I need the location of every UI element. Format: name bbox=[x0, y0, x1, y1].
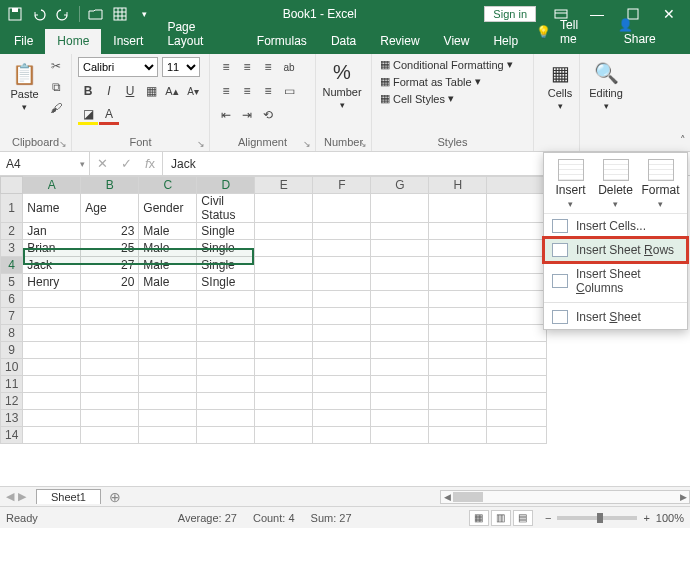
cell[interactable] bbox=[487, 342, 547, 359]
column-header[interactable]: G bbox=[371, 177, 429, 194]
zoom-slider[interactable] bbox=[557, 516, 637, 520]
save-icon[interactable] bbox=[4, 3, 26, 25]
align-middle-button[interactable]: ≡ bbox=[237, 57, 257, 77]
cell[interactable] bbox=[23, 342, 81, 359]
share-button[interactable]: 👤 Share bbox=[612, 14, 684, 50]
cell[interactable] bbox=[255, 240, 313, 257]
add-sheet-icon[interactable]: ⊕ bbox=[109, 489, 121, 505]
cell[interactable] bbox=[487, 308, 547, 325]
cell[interactable] bbox=[255, 291, 313, 308]
page-break-view-icon[interactable]: ▤ bbox=[513, 510, 533, 526]
row-header[interactable]: 12 bbox=[1, 393, 23, 410]
cell[interactable] bbox=[81, 427, 139, 444]
cell[interactable] bbox=[313, 359, 371, 376]
cell[interactable]: Male bbox=[139, 223, 197, 240]
cell[interactable] bbox=[313, 325, 371, 342]
cell[interactable] bbox=[139, 291, 197, 308]
cell[interactable] bbox=[371, 427, 429, 444]
row-header[interactable]: 13 bbox=[1, 410, 23, 427]
qat-customize-icon[interactable]: ▾ bbox=[133, 3, 155, 25]
increase-font-button[interactable]: A▴ bbox=[162, 81, 182, 101]
column-header[interactable]: F bbox=[313, 177, 371, 194]
cell[interactable] bbox=[197, 342, 255, 359]
cell[interactable] bbox=[429, 257, 487, 274]
horizontal-scrollbar[interactable]: ◀ ▶ bbox=[440, 490, 690, 504]
align-right-button[interactable]: ≡ bbox=[258, 81, 278, 101]
cell[interactable] bbox=[81, 393, 139, 410]
cell[interactable] bbox=[371, 410, 429, 427]
copy-icon[interactable]: ⧉ bbox=[47, 78, 65, 96]
format-split-button[interactable]: Format ▾ bbox=[639, 159, 683, 209]
cell[interactable] bbox=[429, 410, 487, 427]
cell[interactable] bbox=[255, 308, 313, 325]
tab-page-layout[interactable]: Page Layout bbox=[155, 15, 244, 54]
cell[interactable]: Civil Status bbox=[197, 194, 255, 223]
cell[interactable] bbox=[313, 223, 371, 240]
font-name-select[interactable]: Calibri bbox=[78, 57, 158, 77]
cell[interactable] bbox=[139, 427, 197, 444]
menu-insert-cells[interactable]: Insert Cells... bbox=[544, 214, 687, 238]
enter-formula-icon[interactable]: ✓ bbox=[114, 156, 138, 171]
paste-button[interactable]: 📋 Paste ▾ bbox=[6, 57, 43, 117]
cell[interactable] bbox=[81, 359, 139, 376]
cell[interactable]: Jack bbox=[23, 257, 81, 274]
row-header[interactable]: 14 bbox=[1, 427, 23, 444]
row-header[interactable]: 7 bbox=[1, 308, 23, 325]
cell[interactable] bbox=[487, 325, 547, 342]
cell[interactable] bbox=[429, 308, 487, 325]
cell[interactable] bbox=[81, 410, 139, 427]
cell[interactable] bbox=[429, 427, 487, 444]
cell[interactable] bbox=[81, 308, 139, 325]
cell[interactable] bbox=[313, 274, 371, 291]
sheet-nav-prev-icon[interactable]: ◀ bbox=[6, 490, 14, 503]
conditional-formatting-button[interactable]: ▦Conditional Formatting ▾ bbox=[378, 57, 527, 72]
cell[interactable] bbox=[255, 393, 313, 410]
cell[interactable] bbox=[487, 393, 547, 410]
cell[interactable] bbox=[313, 240, 371, 257]
scroll-left-icon[interactable]: ◀ bbox=[441, 492, 453, 502]
cell[interactable] bbox=[487, 410, 547, 427]
cell[interactable] bbox=[429, 325, 487, 342]
zoom-percent[interactable]: 100% bbox=[656, 512, 684, 524]
cell[interactable] bbox=[81, 376, 139, 393]
menu-insert-sheet-columns[interactable]: Insert Sheet Columns bbox=[544, 262, 687, 300]
cell[interactable] bbox=[371, 393, 429, 410]
column-header[interactable]: A bbox=[23, 177, 81, 194]
menu-insert-sheet[interactable]: Insert Sheet bbox=[544, 305, 687, 329]
cell[interactable] bbox=[197, 376, 255, 393]
cell[interactable] bbox=[23, 410, 81, 427]
undo-icon[interactable] bbox=[28, 3, 50, 25]
cell[interactable] bbox=[371, 359, 429, 376]
cell[interactable] bbox=[371, 223, 429, 240]
cell[interactable] bbox=[429, 194, 487, 223]
font-size-select[interactable]: 11 bbox=[162, 57, 200, 77]
cell[interactable] bbox=[197, 410, 255, 427]
cell[interactable] bbox=[429, 291, 487, 308]
cell[interactable] bbox=[23, 393, 81, 410]
cell[interactable]: 25 bbox=[81, 240, 139, 257]
cell[interactable] bbox=[197, 427, 255, 444]
cell[interactable]: Age bbox=[81, 194, 139, 223]
page-layout-view-icon[interactable]: ▥ bbox=[491, 510, 511, 526]
row-header[interactable]: 6 bbox=[1, 291, 23, 308]
column-header[interactable]: B bbox=[81, 177, 139, 194]
cell[interactable] bbox=[313, 393, 371, 410]
cell[interactable] bbox=[255, 342, 313, 359]
cell[interactable] bbox=[139, 393, 197, 410]
cell[interactable] bbox=[81, 325, 139, 342]
tab-help[interactable]: Help bbox=[481, 29, 530, 54]
column-header[interactable]: E bbox=[255, 177, 313, 194]
tell-me-button[interactable]: 💡 Tell me bbox=[530, 10, 608, 54]
fill-color-button[interactable]: ◪ bbox=[78, 105, 98, 125]
cell[interactable] bbox=[487, 194, 547, 223]
cell[interactable] bbox=[23, 359, 81, 376]
column-header[interactable]: D bbox=[197, 177, 255, 194]
cell[interactable] bbox=[487, 257, 547, 274]
open-icon[interactable] bbox=[85, 3, 107, 25]
row-header[interactable]: 5 bbox=[1, 274, 23, 291]
scroll-thumb[interactable] bbox=[453, 492, 483, 502]
cell[interactable] bbox=[139, 410, 197, 427]
cell[interactable] bbox=[197, 325, 255, 342]
cell[interactable] bbox=[429, 240, 487, 257]
cell[interactable] bbox=[371, 342, 429, 359]
